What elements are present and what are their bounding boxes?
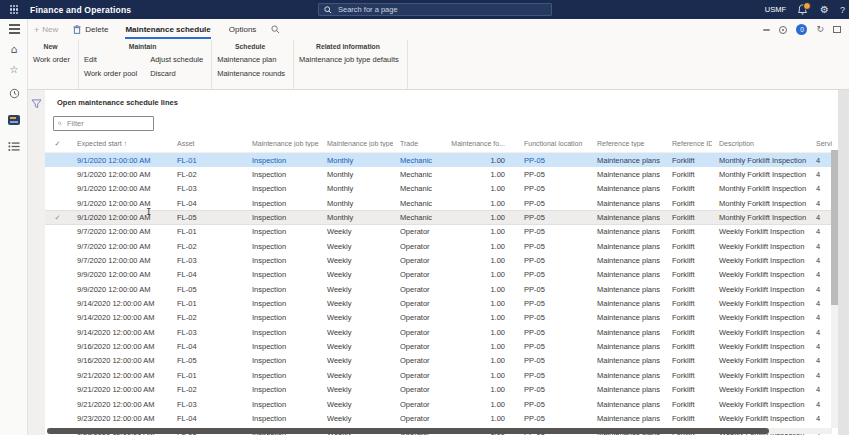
column-header[interactable]: Reference type <box>590 140 665 147</box>
grid-filter-box[interactable] <box>53 116 154 131</box>
column-header[interactable]: Maintenance fo... <box>443 140 517 147</box>
star-icon: ☆ <box>10 65 19 75</box>
table-row[interactable]: 9/7/2020 12:00:00 AMFL-02InspectionWeekl… <box>45 239 838 253</box>
cell: Operator <box>393 385 443 394</box>
home-icon: ⌂ <box>11 44 18 55</box>
vertical-scrollbar-thumb[interactable] <box>831 150 838 305</box>
filter-funnel-icon[interactable] <box>31 99 42 109</box>
cell: Inspection <box>245 270 320 279</box>
table-row[interactable]: 9/14/2020 12:00:00 AMFL-01InspectionWeek… <box>45 296 838 310</box>
table-row[interactable]: 9/23/2020 12:00:00 AMFL-04InspectionWeek… <box>45 411 838 425</box>
table-row[interactable]: 9/1/2020 12:00:00 AMFL-03InspectionMonth… <box>45 182 838 196</box>
cell: Forklift <box>665 328 712 337</box>
attachments-icon[interactable] <box>779 26 787 34</box>
notification-badge <box>803 2 811 10</box>
cell: Monthly Forklift Inspection <box>712 184 812 193</box>
column-header[interactable]: Functional location <box>517 140 590 147</box>
table-row[interactable]: 9/1/2020 12:00:00 AMFL-04InspectionMonth… <box>45 196 838 210</box>
table-row[interactable]: 9/1/2020 12:00:00 AMFL-02InspectionMonth… <box>45 167 838 181</box>
table-row[interactable]: 9/14/2020 12:00:00 AMFL-03InspectionWeek… <box>45 325 838 339</box>
cell: 9/21/2020 12:00:00 AM <box>70 371 170 380</box>
select-all-checkbox[interactable]: ✓ <box>45 140 70 148</box>
column-header[interactable]: Reference ID <box>665 140 712 147</box>
cell: Maintenance plans <box>590 270 665 279</box>
cell: PP-05 <box>517 256 590 265</box>
horizontal-scrollbar[interactable] <box>47 428 832 434</box>
attachment-count-badge[interactable]: 0 <box>796 24 807 35</box>
new-button[interactable]: + New <box>34 25 58 35</box>
horizontal-scrollbar-thumb[interactable] <box>47 428 769 434</box>
cell: FL-01 <box>170 299 245 308</box>
cell: 1.00 <box>443 342 517 351</box>
sidebar-item-workspaces[interactable] <box>0 115 28 125</box>
column-header[interactable]: Servi <box>812 140 838 147</box>
open-in-new-window-icon[interactable] <box>833 26 841 33</box>
table-row[interactable]: 9/16/2020 12:00:00 AMFL-04InspectionWeek… <box>45 339 838 353</box>
app-launcher-button[interactable] <box>0 0 28 19</box>
table-row[interactable]: 9/21/2020 12:00:00 AMFL-03InspectionWeek… <box>45 397 838 411</box>
ribbon-item-edit[interactable]: Edit <box>84 55 137 64</box>
help-icon[interactable]: ? <box>840 5 845 15</box>
table-row[interactable]: 9/21/2020 12:00:00 AMFL-01InspectionWeek… <box>45 368 838 382</box>
column-header[interactable]: Maintenance job type vari... <box>320 140 393 147</box>
cell: 9/14/2020 12:00:00 AM <box>70 299 170 308</box>
column-header[interactable]: Trade <box>393 140 443 147</box>
cell: Weekly Forklift Inspection <box>712 342 812 351</box>
cell: Operator <box>393 299 443 308</box>
delete-button[interactable]: Delete <box>73 25 108 34</box>
column-header[interactable]: Asset <box>170 140 245 147</box>
ribbon-item-work-order[interactable]: Work order <box>33 55 70 64</box>
notifications-button[interactable] <box>797 4 809 16</box>
refresh-icon[interactable]: ↻ <box>816 25 824 34</box>
cell: Maintenance plans <box>590 328 665 337</box>
table-row[interactable]: 9/9/2020 12:00:00 AMFL-05InspectionWeekl… <box>45 282 838 296</box>
table-row[interactable]: 9/16/2020 12:00:00 AMFL-05InspectionWeek… <box>45 354 838 368</box>
sidebar-item-home[interactable]: ⌂ <box>0 44 28 55</box>
cell: PP-05 <box>517 270 590 279</box>
row-checkbox[interactable]: ✓ <box>45 214 70 222</box>
ribbon-group: NewWork order <box>28 40 79 89</box>
cell: Operator <box>393 313 443 322</box>
table-row[interactable]: 9/1/2020 12:00:00 AMFL-01InspectionMonth… <box>45 153 838 167</box>
tab-maintenance-schedule[interactable]: Maintenance schedule <box>125 19 210 40</box>
table-row[interactable]: 9/9/2020 12:00:00 AMFL-04InspectionWeekl… <box>45 268 838 282</box>
cell: 9/14/2020 12:00:00 AM <box>70 313 170 322</box>
ribbon-item-adjust-schedule[interactable]: Adjust schedule <box>150 55 203 64</box>
global-search-input[interactable] <box>336 4 520 15</box>
ribbon-item-work-order-pool[interactable]: Work order pool <box>84 69 137 78</box>
tab-options[interactable]: Options <box>229 19 257 40</box>
ribbon-item-discard[interactable]: Discard <box>150 69 203 78</box>
ribbon-item-maintenance-plan[interactable]: Maintenance plan <box>217 55 285 64</box>
cell: 1.00 <box>443 170 517 179</box>
ribbon-group-label: Maintain <box>82 43 203 50</box>
settings-gear-icon[interactable]: ⚙ <box>820 5 829 15</box>
sidebar-item-recent[interactable] <box>0 88 28 99</box>
table-row[interactable]: 9/14/2020 12:00:00 AMFL-02InspectionWeek… <box>45 311 838 325</box>
global-search-box[interactable] <box>318 3 552 16</box>
page-title: Open maintenance schedule lines <box>57 98 178 107</box>
cell: Inspection <box>245 285 320 294</box>
table-row[interactable]: 9/7/2020 12:00:00 AMFL-03InspectionWeekl… <box>45 253 838 267</box>
filter-input[interactable] <box>65 118 149 129</box>
table-row[interactable]: 9/21/2020 12:00:00 AMFL-02InspectionWeek… <box>45 383 838 397</box>
vertical-scrollbar[interactable] <box>831 150 838 428</box>
column-header[interactable]: Description <box>712 140 812 147</box>
action-search-button[interactable] <box>271 25 280 34</box>
table-row[interactable]: ✓9/1/2020 12:00:00 AMFL-05InspectionMont… <box>45 210 838 224</box>
ribbon-item-maintenance-job-type-defaults[interactable]: Maintenance job type defaults <box>299 55 399 64</box>
cell: 9/21/2020 12:00:00 AM <box>70 400 170 409</box>
sidebar-item-favorites[interactable]: ☆ <box>0 65 28 75</box>
ribbon-item-maintenance-rounds[interactable]: Maintenance rounds <box>217 69 285 78</box>
cell: Weekly <box>320 285 393 294</box>
expand-menu-button[interactable] <box>0 24 28 26</box>
company-selector[interactable]: USMF <box>765 5 786 14</box>
cell: 9/7/2020 12:00:00 AM <box>70 227 170 236</box>
cell: Maintenance plans <box>590 242 665 251</box>
cell: 1.00 <box>443 285 517 294</box>
sidebar-item-modules[interactable] <box>0 141 28 152</box>
view-options-icon[interactable] <box>763 29 770 31</box>
column-header[interactable]: Expected start ↑ <box>70 140 170 147</box>
column-header[interactable]: Maintenance job type <box>245 140 320 147</box>
tab-label: Maintenance schedule <box>125 25 210 34</box>
table-row[interactable]: 9/7/2020 12:00:00 AMFL-01InspectionWeekl… <box>45 225 838 239</box>
